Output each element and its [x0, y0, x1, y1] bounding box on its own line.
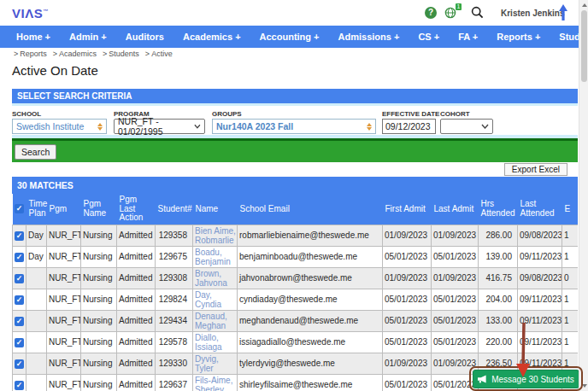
- row-checkbox[interactable]: ✓: [15, 231, 24, 241]
- breadcrumb-link-academics[interactable]: Academics: [59, 50, 97, 58]
- user-arrow-icon[interactable]: [558, 4, 568, 24]
- nav-item-admin[interactable]: Admin +: [60, 32, 116, 42]
- column-header: School Email: [238, 194, 383, 225]
- cell-pgm-name: Nursing: [81, 246, 117, 267]
- nav-item-academics[interactable]: Academics +: [173, 32, 250, 42]
- breadcrumb-link-students[interactable]: Students: [109, 50, 139, 58]
- row-checkbox-cell: ✓: [13, 267, 26, 289]
- column-header: Student#: [156, 194, 193, 225]
- column-header: Last Admit: [432, 194, 479, 225]
- breadcrumb: >Reports>Academics>Students>Active: [14, 50, 179, 58]
- cell-pgm-last-action: Admitted: [117, 353, 156, 374]
- student-name-link[interactable]: Diallo,Issiaga: [195, 333, 235, 352]
- cell-pgm: NUR_FT: [47, 246, 81, 267]
- groups-value: Nur140A 2023 Fall: [216, 121, 293, 131]
- nav-item-accounting[interactable]: Accounting +: [250, 32, 329, 42]
- cell-pgm-last-action: Admitted: [117, 246, 156, 267]
- help-icon[interactable]: ?: [425, 7, 437, 19]
- table-row: ✓NUR_FTNursingAdmitted129434Denaud,Megha…: [13, 310, 579, 331]
- student-name-link[interactable]: Fils-Aime,Sherley: [195, 376, 235, 391]
- groups-field[interactable]: Nur140A 2023 Fall: [212, 119, 376, 134]
- groups-picker-icon: [367, 123, 372, 131]
- cell-e: 1: [562, 310, 579, 331]
- breadcrumb-separator: >: [14, 50, 18, 58]
- column-header: Hrs Attended: [479, 194, 518, 225]
- table-row: ✓NUR_FTNursingAdmitted129308Brown,Jahvon…: [13, 267, 579, 289]
- language-globe-icon[interactable]: 1: [444, 7, 460, 20]
- message-students-button[interactable]: Message 30 Students: [473, 370, 579, 388]
- column-header: Pgm Last Action: [117, 194, 156, 225]
- globe-glyph: [444, 7, 456, 19]
- row-checkbox[interactable]: ✓: [15, 359, 24, 369]
- row-checkbox[interactable]: ✓: [15, 295, 24, 305]
- nav-item-students[interactable]: Students +: [550, 32, 579, 42]
- table-header-row: ✓Time PlanPgmPgm NamePgm Last ActionStud…: [13, 194, 579, 225]
- row-checkbox[interactable]: ✓: [15, 317, 24, 326]
- page-scrollbar[interactable]: [579, 0, 588, 391]
- cell-first-admit: 05/01/2023: [383, 246, 432, 267]
- search-icon[interactable]: [471, 6, 484, 22]
- cell-last-attended: 09/11/2023: [518, 331, 562, 353]
- student-name-link[interactable]: Day,Cyndia: [195, 290, 235, 309]
- student-name-link[interactable]: Denaud,Meghan: [195, 312, 235, 330]
- user-name[interactable]: Kristen Jenkins: [501, 9, 564, 18]
- cohort-select[interactable]: [440, 119, 493, 134]
- nav-item-admissions[interactable]: Admissions +: [329, 32, 409, 42]
- row-checkbox-cell: ✓: [13, 289, 26, 310]
- up-arrow-glyph: [558, 4, 568, 20]
- select-all-checkbox[interactable]: ✓: [15, 204, 24, 213]
- cell-hrs-attended: 133.00: [479, 310, 518, 331]
- page-title: Active On Date: [12, 63, 98, 78]
- cell-pgm-name: Nursing: [81, 374, 117, 391]
- vias-logo[interactable]: VIΛS™: [12, 6, 49, 20]
- scrollbar-down-arrow[interactable]: [582, 384, 587, 388]
- nav-item-cs[interactable]: CS +: [409, 32, 449, 42]
- row-checkbox[interactable]: ✓: [15, 338, 24, 347]
- breadcrumb-link-reports[interactable]: Reports: [20, 50, 47, 58]
- magnifier-glyph: [471, 6, 484, 19]
- search-button[interactable]: Search: [15, 144, 56, 160]
- effective-date-input[interactable]: [382, 119, 436, 134]
- nav-item-fa[interactable]: FA +: [449, 32, 487, 42]
- chevron-down-icon: [481, 124, 489, 129]
- nav-item-home[interactable]: Home +: [7, 32, 60, 42]
- scrollbar-thumb[interactable]: [581, 10, 587, 82]
- student-name-link[interactable]: Boadu,Benjamin: [195, 248, 235, 266]
- cell-last-attended: 09/08/2023: [518, 267, 562, 289]
- column-header: Pgm: [47, 194, 81, 225]
- cell-student-no: 129434: [156, 310, 193, 331]
- nav-item-auditors[interactable]: Auditors: [116, 32, 173, 42]
- row-checkbox-cell: ✓: [13, 374, 26, 391]
- breadcrumb-link-active[interactable]: Active: [151, 50, 173, 58]
- school-picker-icon: [97, 123, 103, 131]
- cell-time-plan: [26, 374, 47, 391]
- cell-e: 0: [562, 267, 579, 289]
- cell-student-no: 129637: [156, 374, 193, 391]
- breadcrumb-separator: >: [53, 50, 57, 58]
- program-select[interactable]: NUR_FT - 01/02/1995: [114, 119, 205, 134]
- student-name-link[interactable]: Brown,Jahvona: [195, 269, 235, 288]
- cell-pgm-name: Nursing: [81, 353, 117, 374]
- cell-hrs-attended: 139.00: [479, 246, 518, 267]
- results-table-body: ✓DayNUR_FTNursingAdmitted129358Bien Aime…: [13, 225, 579, 391]
- cell-time-plan: Day: [26, 246, 47, 267]
- cell-pgm-last-action: Admitted: [117, 374, 156, 391]
- cell-pgm: NUR_FT: [47, 289, 81, 310]
- scrollbar-up-arrow[interactable]: [582, 3, 587, 7]
- cell-hrs-attended: 204.00: [479, 289, 518, 310]
- table-row: ✓NUR_FTNursingAdmitted129824Day,Cyndiacy…: [13, 289, 579, 310]
- cell-first-admit: 01/09/2023: [383, 267, 432, 289]
- student-name-cell: Dyvig,Tyler: [193, 353, 238, 374]
- nav-item-reports[interactable]: Reports +: [487, 32, 550, 42]
- school-field[interactable]: Swedish Institute: [12, 119, 107, 134]
- row-checkbox[interactable]: ✓: [15, 253, 24, 262]
- student-name-link[interactable]: Dyvig,Tyler: [195, 354, 235, 373]
- export-excel-button[interactable]: Export Excel: [504, 163, 567, 176]
- row-checkbox[interactable]: ✓: [15, 381, 24, 390]
- cell-student-no: 129308: [156, 267, 193, 289]
- cell-email: cyndiaday@theswede.me: [238, 289, 383, 310]
- groups-label: GROUPS: [212, 110, 242, 118]
- row-checkbox[interactable]: ✓: [15, 274, 24, 283]
- page: VIΛS™ ? 1 Kristen Jenkins Home +Admin +A…: [0, 0, 579, 391]
- student-name-link[interactable]: Bien Aime,Robmarlie: [195, 226, 235, 245]
